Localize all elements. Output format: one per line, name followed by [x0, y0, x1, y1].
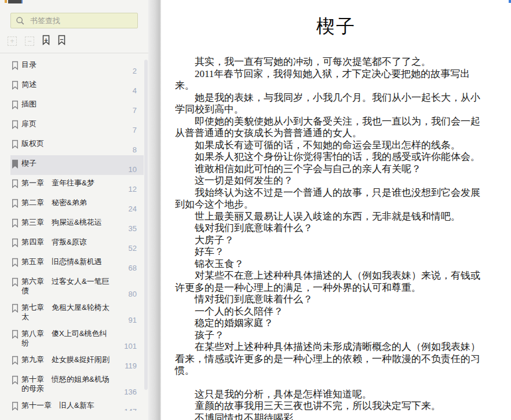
- paragraph: 其实，我一直有写她的冲动，可每次提笔都不了了之。: [175, 56, 486, 68]
- bookmark-item[interactable]: 第三章 狗屎运&桃花运 35: [10, 214, 144, 234]
- bookmark-icon: [12, 139, 21, 151]
- bookmark-page: 80: [129, 290, 137, 298]
- expand-all-button[interactable]: +: [8, 36, 17, 46]
- paragraph: 稳定的婚姻家庭？: [175, 317, 486, 330]
- bookmark-title: 第十一章 旧人&新车: [21, 401, 110, 410]
- bookmark-page: 101: [124, 342, 137, 350]
- delete-bookmark-button[interactable]: −: [58, 35, 65, 47]
- bookmark-page: 7: [133, 106, 137, 115]
- bookmark-icon: [12, 218, 21, 230]
- bookmark-item[interactable]: 第十章 愤怒的姐弟&机场的母亲 136: [10, 371, 144, 397]
- bookmark-item[interactable]: 楔子 10: [10, 155, 144, 175]
- bookmark-item[interactable]: 第八章 傻X上司&桃色纠纷 101: [10, 326, 144, 352]
- sidebar-scrollbar-thumb[interactable]: [144, 60, 148, 390]
- bookmark-page: 136: [124, 388, 137, 396]
- bookmark-title: 第七章 免租大屋&轮椅太太: [21, 303, 110, 322]
- bookmark-item[interactable]: 目录 2: [10, 57, 144, 76]
- bookmark-page: 35: [129, 224, 137, 233]
- paragraph: 在某些对上述种种具体描述尚未形成清晰概念的人（例如我表妹）看来，情感或许更多的是…: [175, 341, 486, 377]
- bookmark-item[interactable]: 第一章 童年往事&梦 12: [10, 175, 144, 195]
- bookmark-title: 第十章 愤怒的姐弟&机场的母亲: [21, 375, 110, 393]
- bookmark-page: 7: [133, 126, 137, 134]
- bookmark-page: 52: [129, 244, 137, 253]
- bookmark-title: 插图: [21, 100, 110, 109]
- bookmark-toolbar: + − + −: [0, 35, 148, 53]
- paragraph: 如果成长有迹可循的话，不知她的命运会呈现出怎样的线条。: [175, 140, 486, 152]
- bookmark-icon: [12, 159, 21, 171]
- magnifier-icon: [16, 16, 25, 25]
- bookmark-item[interactable]: 第六章 过客女人&一笔巨债 80: [10, 273, 144, 300]
- bookmark-icon: [12, 303, 21, 315]
- paragraph: 不博同情也不期待喝彩。: [175, 412, 486, 420]
- bookmark-page: 12: [129, 185, 137, 193]
- cutoff-toolbar-icon[interactable]: [8, 0, 21, 3]
- bookmark-item[interactable]: 版权页 8: [10, 136, 144, 155]
- bookmark-title: 第九章 处女膜&捉奸闹剧: [21, 355, 110, 364]
- cutoff-toolbar-icon[interactable]: [21, 0, 23, 3]
- dashed-square-plus-icon: +: [8, 36, 17, 46]
- scroll-indicator-partial[interactable]: [509, 0, 511, 3]
- bookmark-icon: [12, 238, 21, 250]
- bookmark-item[interactable]: 第四章 背叛&原谅 52: [10, 234, 144, 254]
- bookmarks-sidebar: + − + − 目录 2: [0, 0, 148, 420]
- bookmark-page: 68: [129, 264, 137, 272]
- bookmark-item[interactable]: 简述 4: [10, 76, 144, 96]
- bookmark-icon: [12, 119, 21, 132]
- paragraph: 孩子？: [175, 330, 486, 342]
- paragraph: 2011年春节回家，我得知她入狱，才下定决心要把她的故事写出来。: [175, 68, 486, 92]
- bookmark-icon: [12, 401, 21, 411]
- paragraph: 世上最美丽又最易让人误入歧途的东西，无非就是钱和情吧。: [175, 211, 486, 223]
- bookmark-icon: [12, 257, 21, 269]
- paragraph: 童颜的故事我用三天三夜也讲不完，所以我决定写下来。: [175, 400, 486, 412]
- paragraph: 即使她的美貌使她从小到大备受关注，我也一直以为，我们会一起从普普通通的女孩成长为…: [175, 116, 486, 140]
- bookmark-title: 第二章 秘密&弟弟: [21, 198, 110, 207]
- bookmark-item[interactable]: 第十一章 旧人&新车 147: [10, 397, 144, 411]
- paragraph: 谁敢相信如此可怕的三个字会与自己的亲人有关呢？: [175, 163, 486, 176]
- chapter-title: 楔子: [161, 15, 511, 37]
- bookmark-title: 第六章 过客女人&一笔巨债: [21, 277, 110, 295]
- bookmark-icon: [12, 375, 21, 387]
- page-view: 楔子 其实，我一直有写她的冲动，可每次提笔都不了了之。2011年春节回家，我得知…: [161, 0, 511, 420]
- paragraph: 这只是我的分析，具体是怎样谁知道呢。: [175, 389, 486, 401]
- bookmark-title: 扉页: [21, 119, 110, 129]
- bookmark-item[interactable]: 第五章 旧恋情&新机遇 68: [10, 254, 144, 273]
- page-body: 其实，我一直有写她的冲动，可每次提笔都不了了之。2011年春节回家，我得知她入狱…: [175, 56, 486, 420]
- bookmark-item[interactable]: 第七章 免租大屋&轮椅太太 91: [10, 300, 144, 326]
- bookmark-page: 147: [124, 407, 137, 411]
- add-bookmark-button[interactable]: +: [42, 35, 50, 47]
- paragraph: 情对我们到底意味着什么？: [175, 294, 486, 306]
- bookmark-title: 第一章 童年往事&梦: [21, 178, 110, 188]
- paragraph: 这一切是如何发生的？: [175, 175, 486, 187]
- bookmark-page: 91: [129, 316, 137, 324]
- bookmark-item[interactable]: 第二章 秘密&弟弟 24: [10, 195, 144, 214]
- bookmark-icon: [12, 80, 21, 92]
- collapse-all-button[interactable]: −: [25, 36, 34, 46]
- bookmark-item[interactable]: 第九章 处女膜&捉奸闹剧 119: [10, 352, 144, 371]
- search-input[interactable]: [29, 16, 133, 25]
- paragraph: 一个人的长久陪伴？: [175, 306, 486, 318]
- bookmark-icon: [12, 355, 21, 367]
- paragraph: 我始终认为这不过是一个普通人的故事，只是谁也没想到它会发展到如今这个地步。: [175, 187, 486, 211]
- bookmark-title: 简述: [21, 80, 110, 89]
- bookmark-page: 24: [129, 204, 137, 213]
- bookmark-title: 版权页: [21, 139, 110, 148]
- cutoff-toolbar-icon[interactable]: [5, 0, 7, 3]
- bookmark-page: 2: [133, 67, 137, 75]
- bookmark-icon: [12, 329, 21, 341]
- bookmark-item[interactable]: 扉页 7: [10, 116, 144, 136]
- bookmark-page: 119: [125, 361, 137, 370]
- bookmark-title: 第五章 旧恋情&新机遇: [21, 257, 110, 266]
- sidebar-splitter[interactable]: [148, 0, 161, 420]
- bookmark-icon: [12, 100, 21, 112]
- bookmark-icon: [12, 178, 21, 191]
- paragraph: 对某些不在意上述种种具体描述的人（例如我表妹）来说，有钱或许更多的是一种心理上的…: [175, 270, 486, 294]
- paragraph-gap: [175, 377, 486, 389]
- top-toolbar-cutoff: [0, 0, 148, 5]
- bookmark-page: 4: [133, 86, 137, 95]
- bookmark-item[interactable]: 插图 7: [10, 96, 144, 116]
- bookmark-title: 目录: [21, 60, 110, 70]
- paragraph: 好车？: [175, 246, 486, 258]
- bookmark-icon: [12, 60, 21, 72]
- bookmark-title: 第三章 狗屎运&桃花运: [21, 218, 110, 227]
- paragraph: 她是我的表妹，与我同岁，小我几个月。我们从小一起长大，从小学同校到高中。: [175, 92, 486, 116]
